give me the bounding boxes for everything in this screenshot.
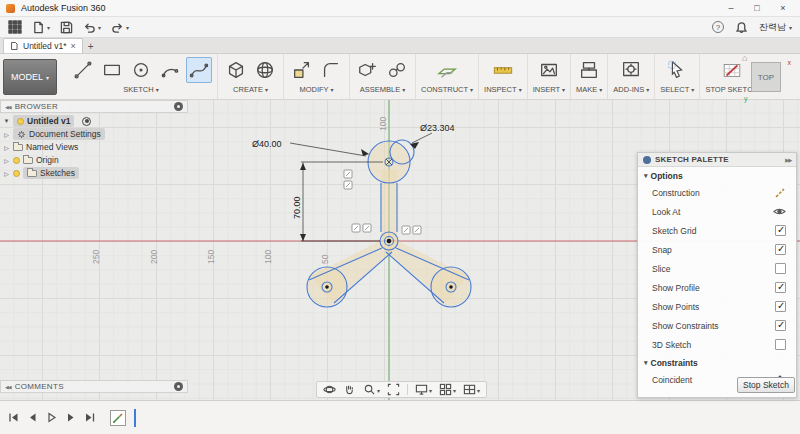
show-profile-checkbox[interactable]	[775, 282, 786, 293]
zoom-button[interactable]	[363, 383, 380, 396]
sketch-grid-checkbox[interactable]	[775, 225, 786, 236]
user-menu[interactable]: 잔력남	[759, 21, 792, 34]
arc-tool-button[interactable]	[157, 57, 183, 83]
slice-checkbox[interactable]	[775, 263, 786, 274]
3d-sketch-checkbox[interactable]	[775, 339, 786, 350]
expand-icon[interactable]: ▷	[3, 170, 10, 177]
maximize-button[interactable]: □	[744, 0, 770, 16]
new-tab-button[interactable]: +	[83, 39, 99, 53]
visibility-bulb-icon[interactable]	[13, 170, 20, 177]
show-points-checkbox[interactable]	[775, 301, 786, 312]
orbit-button[interactable]	[323, 383, 336, 396]
expand-icon[interactable]: ▷	[3, 144, 10, 151]
timeline-position-marker[interactable]	[134, 409, 136, 427]
expand-icon[interactable]: ▷	[3, 157, 10, 164]
stop-sketch-action-button[interactable]: Stop Sketch	[737, 377, 795, 393]
addins-button[interactable]	[618, 57, 644, 83]
palette-row-slice[interactable]: Slice	[638, 259, 796, 278]
construct-menu-button[interactable]: CONSTRUCT	[421, 85, 473, 94]
spline-tool-button[interactable]	[186, 57, 212, 83]
assemble-menu-button[interactable]: ASSEMBLE	[360, 85, 405, 94]
palette-row-construction[interactable]: Construction	[638, 183, 796, 202]
snap-checkbox[interactable]	[775, 244, 786, 255]
palette-row-look-at[interactable]: Look At	[638, 202, 796, 221]
timeline-play-button[interactable]	[45, 411, 58, 424]
insert-image-button[interactable]	[536, 57, 562, 83]
make-menu-button[interactable]: MAKE	[576, 85, 602, 94]
select-menu-button[interactable]: SELECT	[660, 85, 694, 94]
comments-header[interactable]: COMMENTS	[0, 380, 188, 393]
collapse-palette-icon[interactable]	[785, 155, 791, 164]
browser-display-settings-icon[interactable]	[174, 102, 183, 111]
visibility-bulb-icon[interactable]	[13, 157, 20, 164]
collapse-panel-icon[interactable]	[5, 382, 11, 391]
viewports-button[interactable]	[463, 383, 480, 396]
file-menu-button[interactable]	[32, 21, 50, 34]
grid-settings-button[interactable]	[439, 383, 456, 396]
browser-item-sketches[interactable]: ▷ Sketches	[3, 167, 188, 179]
options-section-header[interactable]: Options	[638, 167, 796, 183]
inspect-menu-button[interactable]: INSPECT	[484, 85, 522, 94]
close-button[interactable]: ×	[770, 0, 796, 16]
tab-close-icon[interactable]: ×	[70, 41, 75, 51]
fillet-button[interactable]	[318, 57, 344, 83]
palette-row-show-points[interactable]: Show Points	[638, 297, 796, 316]
joint-button[interactable]	[384, 57, 410, 83]
construct-plane-button[interactable]	[434, 57, 460, 83]
expand-icon[interactable]: ▼	[3, 118, 10, 124]
measure-button[interactable]	[490, 57, 516, 83]
expand-icon[interactable]: ▷	[3, 131, 10, 138]
create-box-button[interactable]	[223, 57, 249, 83]
data-panel-button[interactable]	[8, 20, 22, 34]
press-pull-button[interactable]	[289, 57, 315, 83]
dimension-vertical[interactable]: 70.00	[292, 196, 302, 219]
active-document-icon[interactable]	[82, 117, 91, 126]
help-icon[interactable]: ?	[712, 21, 724, 33]
comments-settings-icon[interactable]	[174, 382, 183, 391]
view-cube-face[interactable]: TOP	[751, 62, 781, 92]
minimize-button[interactable]: –	[718, 0, 744, 16]
palette-row-show-profile[interactable]: Show Profile	[638, 278, 796, 297]
timeline-skip-start-button[interactable]	[7, 411, 20, 424]
palette-row-show-constraints[interactable]: Show Constraints	[638, 316, 796, 335]
fit-button[interactable]	[387, 383, 400, 396]
look-at-icon[interactable]	[773, 206, 786, 217]
sketch-menu-button[interactable]: SKETCH	[123, 85, 158, 94]
constraints-section-header[interactable]: Constraints	[638, 354, 796, 370]
view-cube[interactable]: ⌂ TOP x y	[744, 55, 790, 101]
insert-menu-button[interactable]: INSERT	[533, 85, 565, 94]
timeline-skip-end-button[interactable]	[83, 411, 96, 424]
notification-bell-icon[interactable]	[735, 21, 748, 34]
sketch-palette-header[interactable]: SKETCH PALETTE	[638, 153, 796, 167]
visibility-bulb-icon[interactable]	[17, 118, 24, 125]
browser-root-row[interactable]: ▼ Untitled v1	[3, 115, 188, 127]
collapse-panel-icon[interactable]	[5, 102, 11, 111]
home-icon[interactable]: ⌂	[742, 53, 747, 63]
dimension-diameter-large[interactable]: Ø40.00	[252, 139, 282, 149]
save-button[interactable]	[60, 21, 73, 34]
browser-item-document-settings[interactable]: ▷ Document Settings	[3, 128, 188, 140]
redo-button[interactable]	[111, 21, 129, 34]
circle-tool-button[interactable]	[128, 57, 154, 83]
browser-item-named-views[interactable]: ▷ Named Views	[3, 141, 188, 153]
create-form-button[interactable]	[252, 57, 278, 83]
line-tool-button[interactable]	[70, 57, 96, 83]
palette-row-sketch-grid[interactable]: Sketch Grid	[638, 221, 796, 240]
modeling-canvas[interactable]: Ø40.00 Ø23.304 70.00 250 200 150 100 50 …	[0, 100, 800, 400]
document-tab[interactable]: Untitled v1* ×	[3, 38, 83, 53]
new-component-button[interactable]	[355, 57, 381, 83]
construction-icon[interactable]	[774, 187, 786, 199]
palette-row-3d-sketch[interactable]: 3D Sketch	[638, 335, 796, 354]
make-button[interactable]	[576, 57, 602, 83]
modify-menu-button[interactable]: MODIFY	[299, 85, 333, 94]
select-button[interactable]	[664, 57, 690, 83]
timeline-sketch-feature[interactable]	[110, 410, 126, 426]
browser-header[interactable]: BROWSER	[0, 100, 188, 113]
undo-button[interactable]	[83, 21, 101, 34]
show-constraints-checkbox[interactable]	[775, 320, 786, 331]
timeline-step-back-button[interactable]	[26, 411, 39, 424]
palette-row-snap[interactable]: Snap	[638, 240, 796, 259]
display-settings-button[interactable]	[415, 383, 432, 396]
workspace-selector[interactable]: MODEL	[3, 59, 57, 95]
timeline-step-forward-button[interactable]	[64, 411, 77, 424]
